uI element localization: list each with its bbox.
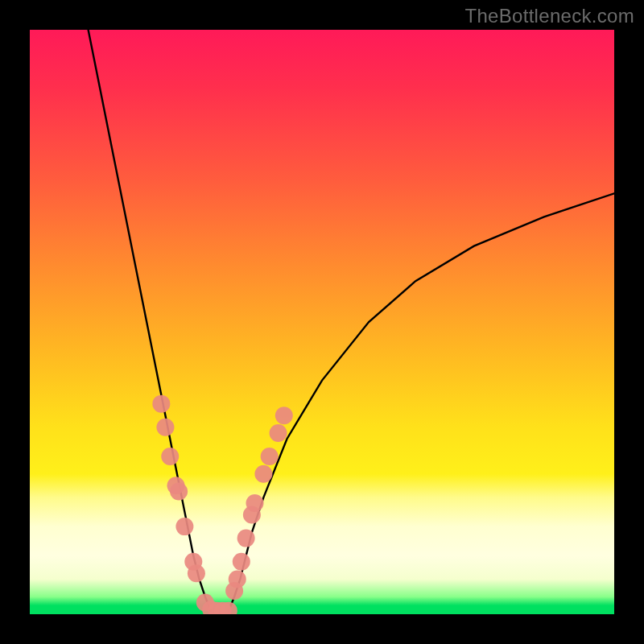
watermark-text: TheBottleneck.com xyxy=(464,5,634,27)
chart-overlay xyxy=(30,30,614,614)
data-point xyxy=(261,448,279,465)
curve-layer xyxy=(89,30,614,611)
data-point xyxy=(254,465,272,483)
data-point xyxy=(175,518,193,535)
data-point xyxy=(246,494,264,512)
curve-right-branch xyxy=(229,193,614,611)
data-point xyxy=(275,407,293,424)
data-point xyxy=(229,570,246,588)
data-point xyxy=(152,395,170,413)
data-point xyxy=(188,564,205,582)
data-point xyxy=(161,448,179,465)
data-point xyxy=(156,419,174,436)
chart-frame: TheBottleneck.com xyxy=(0,0,644,644)
data-point xyxy=(233,553,250,571)
points-layer xyxy=(152,395,292,614)
data-point xyxy=(170,483,188,501)
data-point xyxy=(237,530,255,547)
data-point xyxy=(270,424,287,442)
